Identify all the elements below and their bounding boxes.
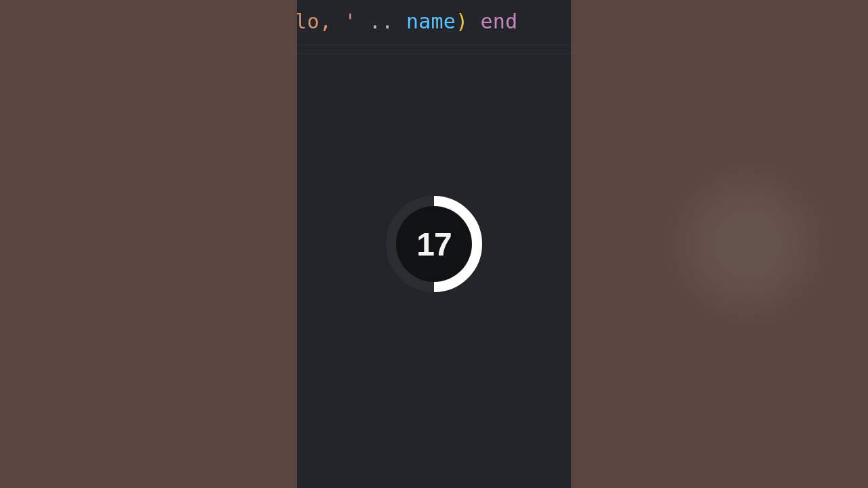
pillarbox-right: [570, 0, 868, 488]
editor-divider: [297, 45, 571, 45]
timer-disc: 17: [396, 206, 472, 282]
code-token: ello,: [297, 9, 344, 33]
code-token: ): [456, 9, 468, 33]
code-editor-pane: ello, ' .. name) end: [297, 0, 571, 54]
code-line: ello, ' .. name) end: [297, 9, 517, 33]
pillarbox-left: [0, 0, 298, 488]
code-token: ..: [369, 9, 394, 33]
code-token: name: [406, 9, 456, 33]
video-viewport: ello, ' .. name) end 17: [297, 0, 571, 488]
code-token: ': [344, 9, 357, 33]
timer-value: 17: [416, 226, 451, 263]
code-token: [357, 9, 369, 33]
countdown-timer: 17: [383, 193, 485, 295]
code-token: [394, 9, 406, 33]
code-token: end: [480, 9, 517, 33]
code-token: [468, 9, 480, 33]
